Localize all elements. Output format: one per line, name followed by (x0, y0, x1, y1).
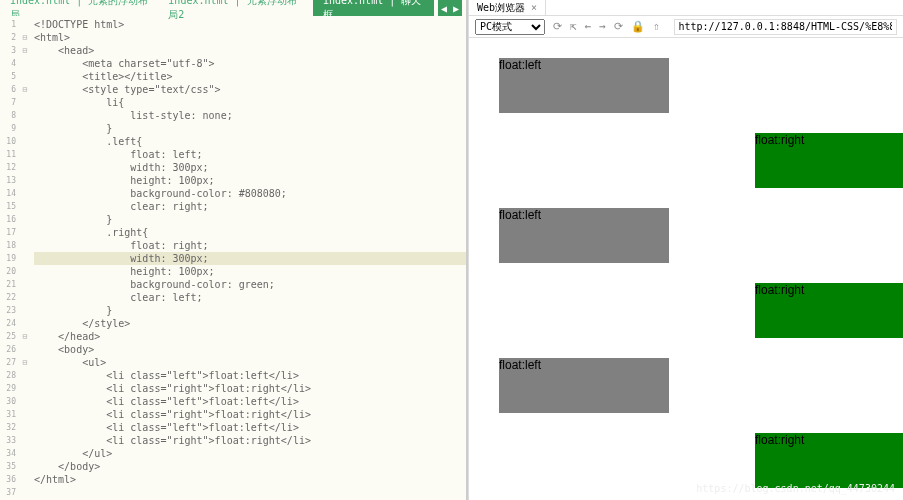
reload-icon[interactable]: ⟳ (614, 20, 623, 33)
tab-layout2[interactable]: index.html | 元素浮动布局2 (158, 0, 313, 16)
watermark: https://blog.csdn.net/qq_44730244 (696, 483, 895, 494)
box-left: float:left (499, 358, 669, 413)
fold-gutter[interactable]: ⊟⊟ ⊟ ⊟ ⊟ (20, 16, 30, 500)
box-right: float:right (755, 433, 903, 488)
editor-pane: index.html | 元素的浮动布局 index.html | 元素浮动布局… (0, 0, 466, 500)
box-left: float:left (499, 58, 669, 113)
back-icon[interactable]: ← (585, 20, 592, 33)
box-left: float:left (499, 208, 669, 263)
browser-tab[interactable]: Web浏览器 × (469, 0, 546, 15)
browser-pane: Web浏览器 × PC模式 ⟳ ⇱ ← → ⟳ 🔒 ⇧ float:left f… (468, 0, 903, 500)
sync-icon[interactable]: ⟳ (553, 20, 562, 33)
line-gutter: 1234567891011121314151617181920212223242… (0, 16, 20, 500)
forward-icon[interactable]: → (599, 20, 606, 33)
url-input[interactable] (674, 19, 898, 35)
tab-next-icon[interactable]: ▶ (450, 0, 462, 16)
tab-nav: ◀ ▶ (434, 0, 466, 16)
code-area[interactable]: 1234567891011121314151617181920212223242… (0, 16, 466, 500)
browser-viewport: float:left float:right float:left float:… (469, 38, 903, 500)
tab-layout1[interactable]: index.html | 元素的浮动布局 (0, 0, 158, 16)
lock-icon[interactable]: 🔒 (631, 20, 645, 33)
browser-tab-bar: Web浏览器 × (469, 0, 903, 16)
box-right: float:right (755, 133, 903, 188)
tab-prev-icon[interactable]: ◀ (438, 0, 450, 16)
editor-tabs: index.html | 元素的浮动布局 index.html | 元素浮动布局… (0, 0, 466, 16)
tab-chatbox[interactable]: index.html | 聊天框 (313, 0, 434, 16)
browser-tab-label: Web浏览器 (477, 1, 525, 15)
mode-select[interactable]: PC模式 (475, 19, 545, 35)
close-icon[interactable]: × (531, 2, 537, 13)
box-right: float:right (755, 283, 903, 338)
browser-toolbar: PC模式 ⟳ ⇱ ← → ⟳ 🔒 ⇧ (469, 16, 903, 38)
external-icon[interactable]: ⇱ (570, 20, 577, 33)
code-body[interactable]: <!DOCTYPE html><html> <head> <meta chars… (30, 16, 466, 500)
open-icon[interactable]: ⇧ (653, 20, 660, 33)
